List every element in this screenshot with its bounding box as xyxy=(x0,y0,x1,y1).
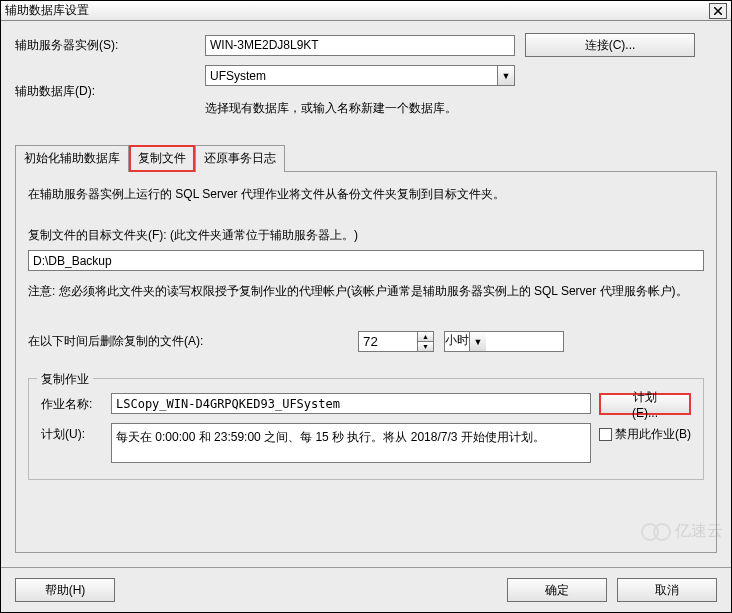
copy-job-fieldset: 复制作业 作业名称: 计划(E)... 计划(U): 每天在 0:00:00 和… xyxy=(28,378,704,480)
job-schedule-label: 计划(U): xyxy=(41,423,111,443)
dialog-content: 辅助服务器实例(S): 连接(C)... 辅助数据库(D): UFSystem … xyxy=(1,21,731,567)
dropdown-arrow-icon: ▼ xyxy=(469,332,486,351)
spinner-up-icon[interactable]: ▲ xyxy=(418,332,433,342)
delete-after-spinner[interactable]: ▲ ▼ xyxy=(358,331,434,352)
tab-restore-log[interactable]: 还原事务日志 xyxy=(195,145,285,172)
database-row: 辅助数据库(D): UFSystem ▼ 选择现有数据库，或输入名称新建一个数据… xyxy=(15,65,717,117)
dialog-window: 辅助数据库设置 辅助服务器实例(S): 连接(C)... 辅助数据库(D): U… xyxy=(0,0,732,613)
spinner-buttons: ▲ ▼ xyxy=(418,331,434,352)
job-schedule-row: 计划(U): 每天在 0:00:00 和 23:59:00 之间、每 15 秒 … xyxy=(41,423,691,463)
server-row: 辅助服务器实例(S): 连接(C)... xyxy=(15,33,717,57)
cancel-button[interactable]: 取消 xyxy=(617,578,717,602)
copy-job-legend: 复制作业 xyxy=(37,371,93,388)
dropdown-arrow-icon: ▼ xyxy=(497,66,514,85)
dest-folder-label: 复制文件的目标文件夹(F): (此文件夹通常位于辅助服务器上。) xyxy=(28,227,704,244)
job-name-row: 作业名称: 计划(E)... xyxy=(41,393,691,415)
schedule-button[interactable]: 计划(E)... xyxy=(599,393,691,415)
ok-button[interactable]: 确定 xyxy=(507,578,607,602)
spinner-down-icon[interactable]: ▼ xyxy=(418,342,433,351)
job-name-input[interactable] xyxy=(111,393,591,414)
job-name-label: 作业名称: xyxy=(41,393,111,413)
titlebar: 辅助数据库设置 xyxy=(1,1,731,21)
disable-job-label: 禁用此作业(B) xyxy=(615,426,691,443)
permission-note: 注意: 您必须将此文件夹的读写权限授予复制作业的代理帐户(该帐户通常是辅助服务器… xyxy=(28,281,704,301)
delete-after-value[interactable] xyxy=(358,331,418,352)
help-button[interactable]: 帮助(H) xyxy=(15,578,115,602)
delete-unit-select[interactable]: 小时 ▼ xyxy=(444,331,564,352)
delete-after-row: 在以下时间后删除复制的文件(A): ▲ ▼ 小时 ▼ xyxy=(28,331,704,352)
disable-job-checkbox-wrap[interactable]: 禁用此作业(B) xyxy=(599,423,691,443)
copy-description: 在辅助服务器实例上运行的 SQL Server 代理作业将文件从备份文件夹复制到… xyxy=(28,186,704,203)
database-label: 辅助数据库(D): xyxy=(15,83,205,100)
dialog-button-bar: 帮助(H) 确定 取消 xyxy=(1,567,731,612)
tab-init-secondary[interactable]: 初始化辅助数据库 xyxy=(15,145,129,172)
database-hint: 选择现有数据库，或输入名称新建一个数据库。 xyxy=(205,100,457,117)
database-select-value: UFSystem xyxy=(206,69,497,83)
window-title: 辅助数据库设置 xyxy=(5,2,709,19)
close-button[interactable] xyxy=(709,3,727,19)
close-icon xyxy=(714,7,722,15)
database-select[interactable]: UFSystem ▼ xyxy=(205,65,515,86)
delete-after-label: 在以下时间后删除复制的文件(A): xyxy=(28,333,358,350)
connect-button[interactable]: 连接(C)... xyxy=(525,33,695,57)
tab-panel-copy: 在辅助服务器实例上运行的 SQL Server 代理作业将文件从备份文件夹复制到… xyxy=(15,172,717,553)
disable-job-checkbox[interactable] xyxy=(599,428,612,441)
tab-copy-files[interactable]: 复制文件 xyxy=(129,145,195,172)
dest-folder-input[interactable] xyxy=(28,250,704,271)
tab-strip: 初始化辅助数据库 复制文件 还原事务日志 xyxy=(15,145,717,172)
job-schedule-text: 每天在 0:00:00 和 23:59:00 之间、每 15 秒 执行。将从 2… xyxy=(111,423,591,463)
server-instance-input[interactable] xyxy=(205,35,515,56)
delete-unit-value: 小时 xyxy=(445,332,469,351)
server-label: 辅助服务器实例(S): xyxy=(15,37,205,54)
